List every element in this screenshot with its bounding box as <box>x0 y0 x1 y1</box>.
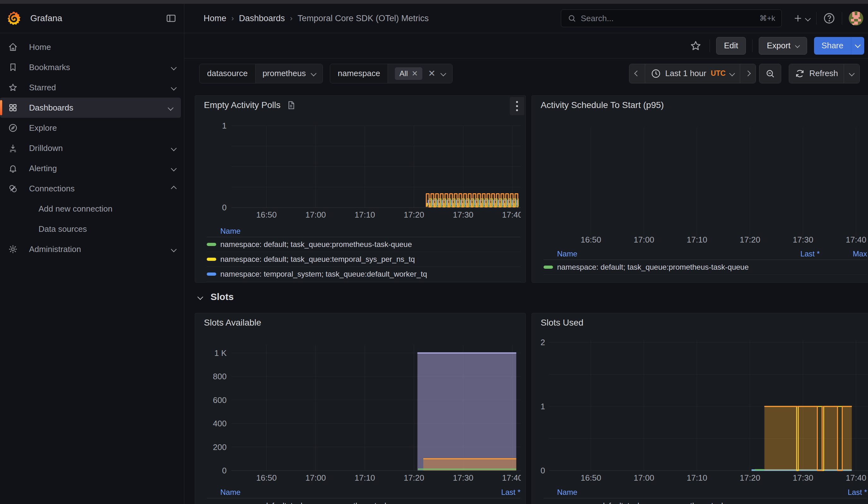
datasource-select[interactable]: prometheus <box>256 64 323 83</box>
sidebar-item-alerting[interactable]: Alerting <box>0 158 184 178</box>
y-tick-label: 1 <box>222 121 227 131</box>
chevron-down-icon <box>168 105 173 111</box>
clock-icon <box>651 69 661 79</box>
sidebar-item-label: Drilldown <box>29 143 172 153</box>
panel-empty-activity-polls: Empty Activity Polls 0116:5017:0017:1017… <box>195 95 526 282</box>
x-tick-label: 16:50 <box>256 473 277 483</box>
sidebar-item-drilldown[interactable]: Drilldown <box>0 138 184 158</box>
sidebar-item-administration[interactable]: Administration <box>0 239 184 259</box>
sidebar-item-home[interactable]: Home <box>0 37 184 57</box>
timezone-label: UTC <box>711 69 726 78</box>
series-fill <box>417 353 516 471</box>
panel-legend: NameLast *namespace: default; task_queue… <box>544 486 867 504</box>
drilldown-icon <box>8 143 18 153</box>
time-shift-forward-button[interactable] <box>740 64 756 83</box>
sidebar-item-bookmarks[interactable]: Bookmarks <box>0 57 184 78</box>
x-tick-label: 16:50 <box>581 235 601 245</box>
time-range-button[interactable]: Last 1 hour UTC <box>645 64 740 83</box>
bell-icon <box>8 164 18 173</box>
sidebar-item-label: Home <box>29 42 176 52</box>
grafana-logo-icon[interactable] <box>7 11 21 25</box>
legend-item[interactable]: namespace: default; task_queue:prometheu… <box>544 498 867 504</box>
cog-icon <box>8 245 18 254</box>
share-dropdown-button[interactable] <box>851 37 864 55</box>
x-tick-label: 17:20 <box>740 473 761 483</box>
export-chevron-icon <box>795 43 800 48</box>
legend-value-column[interactable]: Max <box>820 249 867 258</box>
sidebar-item-dashboards[interactable]: Dashboards <box>0 97 181 118</box>
x-tick-label: 17:10 <box>687 473 707 483</box>
time-shift-back-button[interactable] <box>629 64 645 83</box>
compass-icon <box>8 123 18 133</box>
help-button[interactable] <box>823 12 836 25</box>
breadcrumb-item[interactable]: Dashboards <box>239 13 285 23</box>
legend-name-column[interactable]: Name <box>207 488 473 497</box>
x-tick-label: 17:30 <box>453 473 474 483</box>
namespace-select[interactable]: All ✕ ✕ <box>388 64 452 83</box>
legend-item[interactable]: namespace: default; task_queue:prometheu… <box>207 237 520 252</box>
panel-description-icon[interactable] <box>286 101 296 110</box>
panel-menu-button[interactable] <box>510 97 524 115</box>
panel-header[interactable]: Empty Activity Polls <box>195 96 526 115</box>
series-color-swatch <box>207 243 216 246</box>
brand-row: Grafana <box>0 4 184 33</box>
remove-value-icon[interactable]: ✕ <box>412 70 418 78</box>
datasource-label: datasource <box>199 64 256 83</box>
legend-item[interactable]: namespace: default; task_queue:prometheu… <box>207 498 520 504</box>
legend-value-column[interactable]: Last * <box>769 249 820 258</box>
chevron-down-icon <box>171 85 176 90</box>
bookmark-icon <box>8 63 18 72</box>
legend-item-label: namespace: default; task_queue:temporal_… <box>220 255 520 264</box>
legend-value-column[interactable]: Last * <box>473 488 520 497</box>
sidebar-item-connections[interactable]: Connections <box>0 178 184 199</box>
sidebar-item-starred[interactable]: Starred <box>0 78 184 97</box>
clear-all-icon[interactable]: ✕ <box>428 69 435 78</box>
breadcrumb-item: Temporal Core SDK (OTel) Metrics <box>298 13 429 23</box>
legend-value-column[interactable]: Last * <box>820 488 867 497</box>
dock-sidebar-toggle-icon[interactable] <box>166 13 176 24</box>
y-tick-label: 0 <box>222 466 227 475</box>
legend-name-column[interactable]: Name <box>544 488 820 497</box>
share-button[interactable]: Share <box>814 37 851 55</box>
panel-header[interactable]: Activity Schedule To Start (p95) <box>532 96 868 115</box>
legend-name-column[interactable]: Name <box>544 249 769 258</box>
panel-legend: Namenamespace: default; task_queue:prome… <box>207 225 520 282</box>
edit-button[interactable]: Edit <box>716 37 746 55</box>
breadcrumb-item[interactable]: Home <box>204 13 226 23</box>
panel-header[interactable]: Slots Available <box>195 313 526 332</box>
favorite-star-button[interactable] <box>688 38 703 53</box>
legend-item-label: namespace: default; task_queue:prometheu… <box>220 501 473 504</box>
refresh-interval-button[interactable] <box>844 64 859 83</box>
legend-item-label: namespace: default; task_queue:prometheu… <box>557 501 820 504</box>
namespace-value-pill[interactable]: All ✕ <box>395 67 422 80</box>
legend-item-label: namespace: default; task_queue:prometheu… <box>557 263 769 271</box>
y-tick-label: 800 <box>213 372 227 381</box>
refresh-button[interactable]: Refresh <box>789 64 844 83</box>
search-shortcut: ⌘+k <box>760 14 775 23</box>
legend-item[interactable]: namespace: default; task_queue:prometheu… <box>544 260 867 275</box>
legend-name-column[interactable]: Name <box>207 227 520 236</box>
top-header: Home›Dashboards›Temporal Core SDK (OTel)… <box>184 4 868 33</box>
sidebar-item-label: Bookmarks <box>29 63 172 72</box>
x-tick-label: 16:50 <box>256 210 277 219</box>
add-new-button[interactable] <box>793 13 810 23</box>
search-placeholder: Search... <box>581 13 760 23</box>
y-tick-label: 2 <box>541 338 545 347</box>
sidebar-item-add-new-connection[interactable]: Add new connection <box>0 199 184 219</box>
chevron-down-icon <box>171 64 176 70</box>
export-button[interactable]: Export <box>759 37 807 55</box>
chevron-down-icon <box>171 246 176 252</box>
zoom-out-button[interactable] <box>760 64 781 83</box>
panel-header[interactable]: Slots Used <box>532 313 868 332</box>
chevron-up-icon <box>171 186 176 192</box>
row-section-slots[interactable]: Slots <box>198 289 234 305</box>
user-avatar[interactable] <box>848 11 864 26</box>
sidebar-item-explore[interactable]: Explore <box>0 118 184 138</box>
search-input[interactable]: Search... ⌘+k <box>561 10 782 27</box>
panel-title: Slots Used <box>541 318 583 328</box>
legend-item[interactable]: namespace: temporal_system; task_queue:d… <box>207 267 520 282</box>
sidebar-item-data-sources[interactable]: Data sources <box>0 219 184 239</box>
legend-item[interactable]: namespace: default; task_queue:temporal_… <box>207 252 520 267</box>
sidebar-item-label: Alerting <box>29 164 172 173</box>
sidebar: Grafana HomeBookmarksStarredDashboardsEx… <box>0 4 184 504</box>
